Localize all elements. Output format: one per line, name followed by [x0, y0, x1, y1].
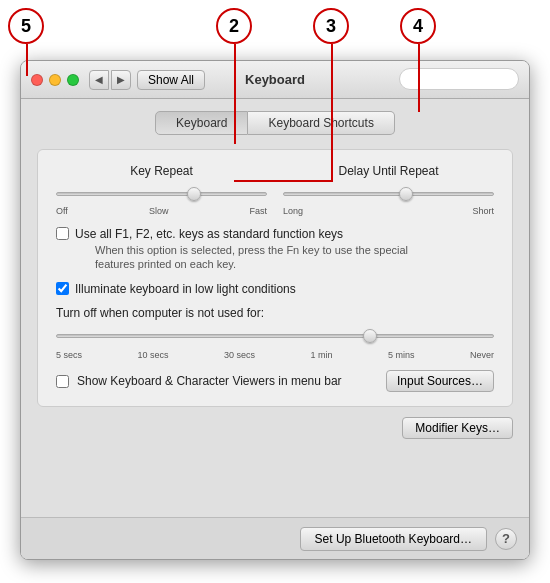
- fn-keys-label: Use all F1, F2, etc. keys as standard fu…: [75, 227, 343, 241]
- illuminate-track: [56, 334, 494, 338]
- show-viewers-checkbox[interactable]: [56, 375, 69, 388]
- show-viewers-row: Show Keyboard & Character Viewers in men…: [56, 370, 494, 392]
- show-viewers-label: Show Keyboard & Character Viewers in men…: [77, 373, 378, 390]
- modifier-keys-button[interactable]: Modifier Keys…: [402, 417, 513, 439]
- delay-long: Long: [283, 206, 303, 216]
- bluetooth-button[interactable]: Set Up Bluetooth Keyboard…: [300, 527, 487, 551]
- main-window: ◀ ▶ Show All Keyboard Keyboard Keyboard …: [20, 60, 530, 560]
- delay-repeat-track: [283, 192, 494, 196]
- maximize-button[interactable]: [67, 74, 79, 86]
- annotation-2: 2: [216, 8, 252, 44]
- key-repeat-track: [56, 192, 267, 196]
- key-repeat-labels: Off Slow Fast: [56, 206, 267, 216]
- tabs: Keyboard Keyboard Shortcuts: [37, 111, 513, 135]
- close-button[interactable]: [31, 74, 43, 86]
- minimize-button[interactable]: [49, 74, 61, 86]
- illuminate-slider-label: Turn off when computer is not used for:: [56, 306, 494, 320]
- traffic-lights: [31, 74, 79, 86]
- delay-short: Short: [472, 206, 494, 216]
- content-area: Keyboard Keyboard Shortcuts Key Repeat O…: [21, 99, 529, 559]
- illuminate-slider-group: Turn off when computer is not used for: …: [56, 306, 494, 360]
- ill-never: Never: [470, 350, 494, 360]
- delay-repeat-group: Delay Until Repeat Long Short: [275, 164, 494, 216]
- annotation-line-3: [331, 44, 333, 182]
- titlebar: ◀ ▶ Show All Keyboard: [21, 61, 529, 99]
- ill-1min: 1 min: [310, 350, 332, 360]
- key-repeat-slow: Slow: [149, 206, 169, 216]
- key-repeat-slider-container: [56, 184, 267, 204]
- key-repeat-thumb[interactable]: [187, 187, 201, 201]
- keyboard-panel: Key Repeat Off Slow Fast Delay Until Rep…: [37, 149, 513, 407]
- annotation-line-4: [418, 44, 420, 112]
- annotation-4: 4: [400, 8, 436, 44]
- fn-keys-checkbox[interactable]: [56, 227, 69, 240]
- delay-repeat-thumb[interactable]: [399, 187, 413, 201]
- key-repeat-off: Off: [56, 206, 68, 216]
- window-title: Keyboard: [245, 72, 305, 87]
- delay-repeat-labels: Long Short: [283, 206, 494, 216]
- fn-keys-subtext: When this option is selected, press the …: [95, 243, 408, 272]
- search-input[interactable]: [399, 68, 519, 90]
- key-repeat-label: Key Repeat: [56, 164, 267, 178]
- illuminate-thumb[interactable]: [363, 329, 377, 343]
- footer-buttons: Modifier Keys…: [37, 417, 513, 439]
- tab-keyboard-shortcuts[interactable]: Keyboard Shortcuts: [248, 111, 394, 135]
- illuminate-label: Illuminate keyboard in low light conditi…: [75, 281, 296, 298]
- annotation-line-2: [234, 44, 236, 144]
- key-repeat-group: Key Repeat Off Slow Fast: [56, 164, 275, 216]
- back-button[interactable]: ◀: [89, 70, 109, 90]
- delay-repeat-slider-container: [283, 184, 494, 204]
- bottom-bar: Set Up Bluetooth Keyboard… ?: [21, 517, 529, 559]
- ill-10secs: 10 secs: [137, 350, 168, 360]
- ill-5mins: 5 mins: [388, 350, 415, 360]
- input-sources-button[interactable]: Input Sources…: [386, 370, 494, 392]
- annotation-5: 5: [8, 8, 44, 44]
- fn-keys-option: Use all F1, F2, etc. keys as standard fu…: [56, 226, 494, 271]
- illuminate-option: Illuminate keyboard in low light conditi…: [56, 281, 494, 298]
- nav-buttons: ◀ ▶: [89, 70, 131, 90]
- forward-button[interactable]: ▶: [111, 70, 131, 90]
- delay-repeat-label: Delay Until Repeat: [283, 164, 494, 178]
- illuminate-slider-container: [56, 326, 494, 346]
- annotation-connector-3-2: [234, 180, 333, 182]
- slider-row: Key Repeat Off Slow Fast Delay Until Rep…: [56, 164, 494, 216]
- show-all-button[interactable]: Show All: [137, 70, 205, 90]
- illuminate-slider-labels: 5 secs 10 secs 30 secs 1 min 5 mins Neve…: [56, 350, 494, 360]
- key-repeat-fast: Fast: [249, 206, 267, 216]
- annotation-3: 3: [313, 8, 349, 44]
- annotation-line-5: [26, 44, 28, 76]
- illuminate-checkbox[interactable]: [56, 282, 69, 295]
- help-button[interactable]: ?: [495, 528, 517, 550]
- ill-30secs: 30 secs: [224, 350, 255, 360]
- ill-5secs: 5 secs: [56, 350, 82, 360]
